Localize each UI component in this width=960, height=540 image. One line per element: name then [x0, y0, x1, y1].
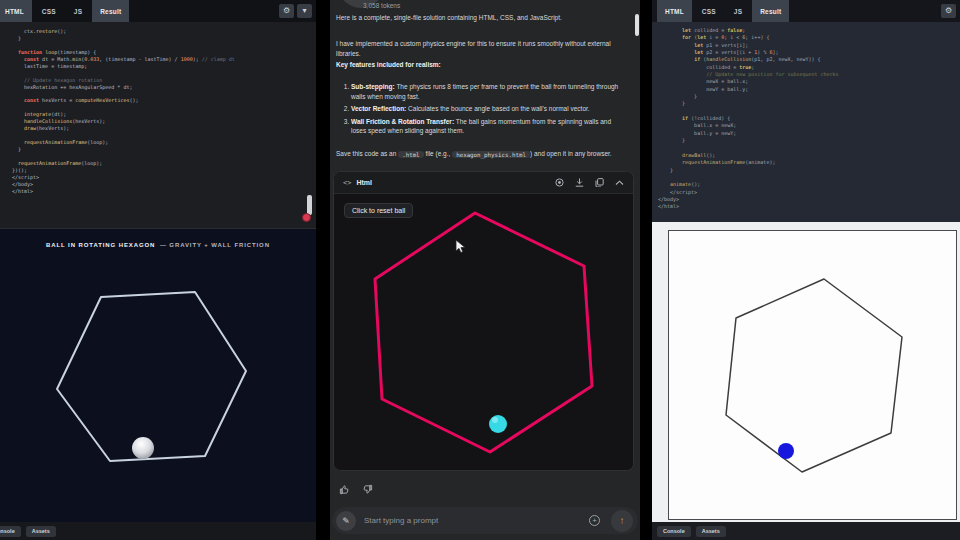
code-line: drawBall();: [658, 152, 960, 159]
left-code-editor[interactable]: ctx.restore(); } function loop(timestamp…: [0, 22, 316, 228]
code-card: <> Html: [333, 171, 634, 471]
code-line: let p2 = verts[(i + 1) % 6];: [658, 49, 960, 56]
code-line: let collided = false;: [658, 27, 960, 34]
scrollbar-thumb[interactable]: [307, 195, 312, 215]
chat-panel: 3,058 tokens Here is a complete, single-…: [330, 0, 640, 540]
token-count: 3,058 tokens: [363, 2, 400, 9]
feature-item: Wall Friction & Rotation Transfer: The b…: [351, 117, 626, 136]
left-editor-tabs: HTMLCSSJSResult: [0, 0, 129, 22]
code-line: newY = ball.y;: [658, 86, 960, 93]
console-button[interactable]: Console: [657, 526, 691, 537]
inline-code: hexagon_physics.html: [452, 151, 530, 158]
tab-result[interactable]: Result: [752, 0, 789, 22]
chat-paragraph: I have implemented a custom physics engi…: [336, 39, 628, 58]
code-line: </body>: [12, 181, 316, 188]
ball-shape: [132, 437, 154, 459]
code-line: </html>: [12, 188, 316, 195]
tab-js[interactable]: JS: [726, 0, 750, 22]
code-line: </script>: [12, 174, 316, 181]
hexagon-shape: [726, 279, 902, 472]
code-line: function loop(timestamp) {: [12, 49, 316, 56]
code-line: collided = true;: [658, 64, 960, 71]
right-editor-actions: ⚙: [941, 4, 960, 18]
code-line: if (handleCollision(p1, p2, newX, newY))…: [658, 56, 960, 63]
copy-icon[interactable]: [595, 178, 604, 187]
prompt-bar[interactable]: ✎ Start typing a prompt + ↑: [332, 507, 638, 534]
feature-item: Vector Reflection: Calculates the bounce…: [351, 104, 626, 114]
ball-highlight: [492, 417, 498, 423]
left-preview-canvas: [0, 229, 316, 523]
pen-icon: ✎: [336, 511, 356, 531]
chevron-down-icon[interactable]: ▾: [297, 4, 312, 18]
code-line: [12, 153, 316, 160]
code-line: const hexVerts = computeHexVertices();: [12, 97, 316, 104]
prompt-input[interactable]: Start typing a prompt: [364, 507, 438, 534]
code-line: const dt = Math.min(0.033, (timestamp - …: [12, 56, 316, 63]
tab-result[interactable]: Result: [92, 0, 129, 22]
left-footer-buttons: ConsoleAssets: [0, 526, 56, 537]
left-panel-footer: ConsoleAssets: [0, 522, 316, 540]
code-line: }: [658, 93, 960, 100]
screen: HTMLCSSJSResult ⚙ ▾ ctx.restore(); } fun…: [0, 0, 960, 540]
right-footer-buttons: ConsoleAssets: [657, 526, 726, 537]
code-line: for (let i = 0; i < 6; i++) {: [658, 34, 960, 41]
code-line: </script>: [658, 189, 960, 196]
tab-js[interactable]: JS: [66, 0, 90, 22]
code-icon: <>: [343, 179, 351, 187]
code-line: integrate(dt);: [12, 111, 316, 118]
code-line: [658, 108, 960, 115]
reset-ball-button[interactable]: Click to reset ball: [344, 203, 413, 218]
scrollbar-thumb[interactable]: [635, 14, 639, 36]
thumbs-up-icon[interactable]: [339, 484, 350, 495]
chat-paragraph: Here is a complete, single-file solution…: [336, 13, 628, 23]
code-line: }: [658, 167, 960, 174]
console-button[interactable]: Console: [0, 526, 21, 537]
mouse-cursor: [455, 239, 467, 254]
right-preview-canvas: [652, 222, 960, 522]
gear-icon[interactable]: ⚙: [279, 4, 294, 18]
thumbs-down-icon[interactable]: [362, 484, 373, 495]
chat-heading: Key features included for realism:: [336, 60, 628, 70]
feedback-row: [339, 484, 373, 495]
code-line: </html>: [658, 203, 960, 210]
right-editor-tabs: HTMLCSSJSResult: [657, 0, 789, 22]
assets-button[interactable]: Assets: [696, 526, 726, 537]
code-line: requestAnimationFrame(loop);: [12, 160, 316, 167]
assets-button[interactable]: Assets: [26, 526, 56, 537]
left-editor-actions: ⚙ ▾: [279, 4, 316, 18]
tab-html[interactable]: HTML: [657, 0, 692, 22]
code-card-header: <> Html: [334, 172, 633, 194]
left-editor-panel: HTMLCSSJSResult ⚙ ▾ ctx.restore(); } fun…: [0, 0, 316, 540]
code-line: })();: [12, 167, 316, 174]
code-line: [658, 145, 960, 152]
code-line: requestAnimationFrame(loop);: [12, 139, 316, 146]
right-panel-footer: ConsoleAssets: [652, 522, 960, 540]
collapse-chevron-icon[interactable]: [615, 180, 624, 186]
send-button[interactable]: ↑: [611, 510, 633, 532]
tab-css[interactable]: CSS: [694, 0, 724, 22]
right-code-editor[interactable]: let collided = false; for (let i = 0; i …: [652, 22, 960, 222]
left-result-preview: BALL IN ROTATING HEXAGON — GRAVITY + WAL…: [0, 228, 316, 522]
hexagon-shape: [57, 292, 246, 461]
code-line: </body>: [658, 196, 960, 203]
tab-css[interactable]: CSS: [34, 0, 64, 22]
code-line: hexRotation += hexAngularSpeed * dt;: [12, 84, 316, 91]
code-line: // Update hexagon rotation: [12, 77, 316, 84]
tab-html[interactable]: HTML: [0, 0, 32, 22]
download-icon[interactable]: [575, 178, 584, 187]
gear-icon[interactable]: ⚙: [941, 4, 956, 18]
code-line: [12, 42, 316, 49]
right-editor-panel: HTMLCSSJSResult ⚙ let collided = false; …: [652, 0, 960, 540]
feature-item: Sub-stepping: The physics runs 8 times p…: [351, 82, 626, 101]
code-line: handleCollisions(hexVerts);: [12, 118, 316, 125]
run-preview-icon[interactable]: [555, 178, 564, 187]
right-result-preview: [652, 222, 960, 522]
code-line: newX = ball.x;: [658, 78, 960, 85]
code-line: [12, 90, 316, 97]
code-line: }: [658, 100, 960, 107]
inline-code: .html: [398, 151, 423, 158]
right-editor-tabbar: HTMLCSSJSResult ⚙: [652, 0, 960, 22]
add-attachment-icon[interactable]: +: [589, 515, 600, 526]
ball-shape: [489, 415, 507, 433]
code-line: }: [12, 35, 316, 42]
